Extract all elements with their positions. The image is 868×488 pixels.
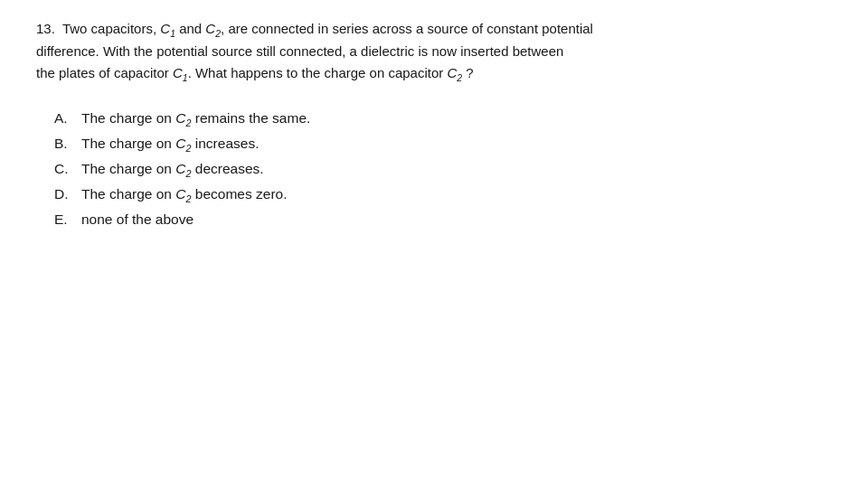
- answer-text-a: The charge on C2 remains the same.: [81, 107, 310, 132]
- var-c2: C2: [205, 21, 221, 36]
- answer-d: D. The charge on C2 becomes zero.: [54, 183, 832, 208]
- question-number: 13. Two capacitors,: [36, 21, 160, 36]
- question-line1-rest: , are connected in series across a sourc…: [221, 21, 593, 36]
- question-line3: the plates of capacitor C1. What happens…: [36, 65, 474, 80]
- answer-text-b: The charge on C2 increases.: [81, 132, 259, 157]
- question-text: 13. Two capacitors, C1 and C2, are conne…: [36, 18, 832, 85]
- answer-text-c: The charge on C2 decreases.: [81, 157, 264, 183]
- answer-a: A. The charge on C2 remains the same.: [54, 107, 832, 132]
- answer-label-c: C.: [54, 157, 74, 181]
- answer-c: C. The charge on C2 decreases.: [54, 157, 832, 183]
- answer-b: B. The charge on C2 increases.: [54, 132, 832, 157]
- answer-list: A. The charge on C2 remains the same. B.…: [36, 107, 832, 231]
- answer-label-b: B.: [54, 132, 74, 155]
- answer-label-e: E.: [54, 208, 74, 231]
- answer-text-e: none of the above: [81, 208, 193, 231]
- answer-e: E. none of the above: [54, 208, 832, 231]
- page-container: 13. Two capacitors, C1 and C2, are conne…: [0, 0, 868, 249]
- answer-label-d: D.: [54, 183, 74, 206]
- connector: and: [179, 21, 202, 36]
- question-block: 13. Two capacitors, C1 and C2, are conne…: [36, 18, 832, 85]
- answer-label-a: A.: [54, 107, 74, 130]
- answer-text-d: The charge on C2 becomes zero.: [81, 183, 287, 208]
- var-c1: C1: [160, 21, 175, 36]
- question-line2: difference. With the potential source st…: [36, 43, 563, 59]
